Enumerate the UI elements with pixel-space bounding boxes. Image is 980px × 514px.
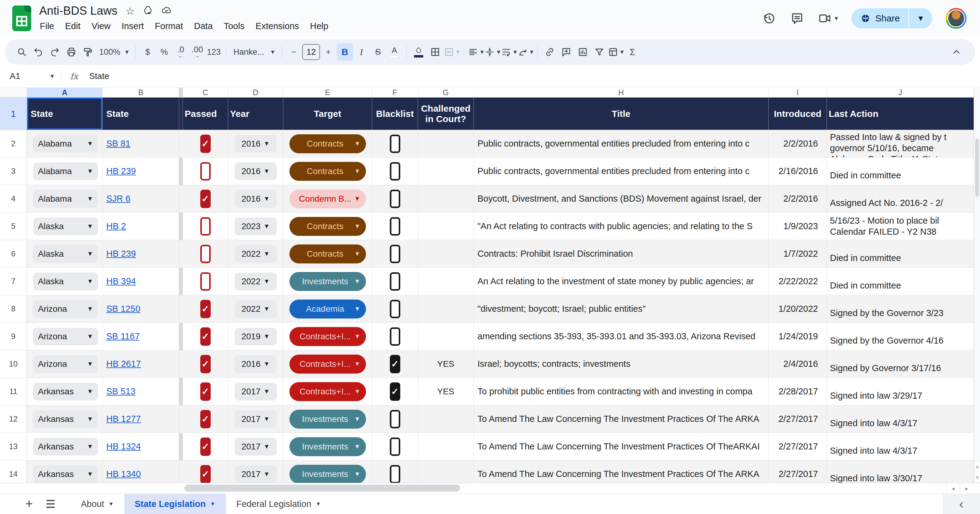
spreadsheet-grid[interactable]: ABCDEFGHIJ 1StateStatePassedYearTargetBl…	[0, 88, 980, 483]
blacklist-checkbox[interactable]	[390, 465, 400, 483]
create-filter-icon[interactable]	[591, 43, 608, 60]
decrease-font-size-button[interactable]: −	[286, 43, 302, 60]
bill-link[interactable]: SB 81	[106, 139, 130, 149]
year-dropdown-chip[interactable]: 2022▼	[235, 300, 277, 318]
column-header-E[interactable]: E	[283, 88, 372, 98]
blacklist-checkbox[interactable]: ✓	[390, 382, 400, 401]
year-dropdown-chip[interactable]: 2022▼	[235, 273, 277, 290]
share-button[interactable]: Share ▼	[851, 8, 932, 29]
table-view-icon[interactable]: ▾	[608, 43, 624, 60]
insert-comment-icon[interactable]	[558, 43, 574, 60]
blacklist-checkbox[interactable]	[390, 162, 400, 181]
cell-state[interactable]: Arkansas▼	[27, 460, 103, 483]
bill-link[interactable]: HB 1277	[106, 414, 141, 424]
cell-last-action[interactable]: Died in committee	[827, 240, 974, 268]
cell-year[interactable]: 2016▼	[228, 185, 283, 213]
blacklist-checkbox[interactable]	[390, 327, 400, 346]
cell-challenged[interactable]	[418, 295, 474, 323]
cell-title[interactable]: Public contracts, governmental entities …	[474, 130, 769, 157]
cell-blacklist[interactable]	[372, 295, 418, 323]
cell-blacklist[interactable]	[372, 405, 418, 433]
passed-checkbox[interactable]: ✓	[200, 300, 211, 318]
cell-introduced[interactable]: 2/2/2016	[769, 185, 827, 213]
passed-checkbox[interactable]: ✓	[200, 465, 211, 483]
cell-year[interactable]: 2017▼	[228, 405, 283, 433]
state-dropdown-chip[interactable]: Arizona▼	[33, 300, 98, 318]
scroll-left-arrow[interactable]: ◂	[946, 483, 960, 494]
cell-target[interactable]: Investments▼	[283, 405, 372, 433]
name-box[interactable]: A1 ▾	[0, 71, 61, 81]
cell-target[interactable]: Academia▼	[283, 295, 372, 323]
cell-title[interactable]: To prohibit public entities from contrac…	[474, 378, 769, 405]
cell-state[interactable]: Arizona▼	[27, 295, 103, 323]
cell-passed[interactable]: ✓	[183, 378, 228, 405]
row-number[interactable]: 4	[0, 185, 27, 213]
cell-target[interactable]: Investments▼	[283, 460, 372, 483]
cell-state[interactable]: Arkansas▼	[27, 405, 103, 433]
frozen-pane-divider[interactable]	[179, 240, 183, 268]
cell-passed[interactable]: ✓	[183, 185, 228, 213]
target-dropdown-pill[interactable]: Contracts▼	[290, 217, 366, 236]
bill-link[interactable]: SB 513	[106, 386, 135, 397]
cell-target[interactable]: Contracts▼	[283, 213, 372, 240]
cell-title[interactable]: amending sections 35-393, 35-393.01 and …	[474, 323, 769, 350]
target-dropdown-pill[interactable]: Contracts+I...▼	[290, 382, 366, 401]
cell-state[interactable]: Arizona▼	[27, 350, 103, 378]
cell-introduced[interactable]: 2/2/2016	[769, 130, 827, 157]
cell-passed[interactable]: ✓	[183, 405, 228, 433]
frozen-pane-divider[interactable]	[179, 460, 183, 483]
cell-bill[interactable]: HB 394	[103, 268, 179, 295]
year-dropdown-chip[interactable]: 2017▼	[235, 383, 277, 400]
menu-item-tools[interactable]: Tools	[218, 20, 250, 32]
undo-icon[interactable]	[30, 43, 46, 60]
account-avatar[interactable]	[946, 8, 967, 29]
bill-link[interactable]: HB 2	[106, 221, 126, 231]
cell-passed[interactable]: ✓	[183, 130, 228, 157]
column-header-I[interactable]: I	[769, 88, 827, 98]
cell-passed[interactable]: ✓	[183, 460, 228, 483]
year-dropdown-chip[interactable]: 2016▼	[235, 162, 277, 180]
state-dropdown-chip[interactable]: Alabama▼	[33, 162, 98, 180]
passed-checkbox[interactable]: ✓	[200, 135, 211, 153]
target-dropdown-pill[interactable]: Contracts▼	[290, 244, 366, 263]
cell-title[interactable]: "divestment; boycott; Israel; public ent…	[474, 295, 769, 323]
cell-passed[interactable]	[183, 268, 228, 295]
row-number[interactable]: 10	[0, 350, 27, 378]
blacklist-checkbox[interactable]	[390, 245, 400, 263]
cell-challenged[interactable]	[418, 157, 474, 185]
bill-link[interactable]: HB 239	[106, 166, 136, 176]
bill-link[interactable]: SJR 6	[106, 194, 130, 204]
cell-state[interactable]: Alaska▼	[27, 268, 103, 295]
header-cell-C[interactable]: Passed	[183, 98, 228, 130]
sheet-tab-state-legislation[interactable]: State Legislation▼	[124, 494, 226, 514]
menu-item-edit[interactable]: Edit	[60, 20, 86, 32]
bill-link[interactable]: HB 2617	[106, 359, 141, 369]
cell-blacklist[interactable]	[372, 185, 418, 213]
row-number[interactable]: 11	[0, 378, 27, 405]
cell-target[interactable]: Contracts+I...▼	[283, 378, 372, 405]
cell-introduced[interactable]: 1/7/2022	[769, 240, 827, 268]
passed-checkbox[interactable]: ✓	[200, 190, 211, 208]
year-dropdown-chip[interactable]: 2017▼	[235, 465, 277, 483]
format-currency-button[interactable]: $	[139, 43, 156, 60]
header-cell-J[interactable]: Last Action	[827, 98, 974, 130]
column-header-B[interactable]: B	[103, 88, 179, 98]
frozen-pane-divider[interactable]	[179, 213, 183, 240]
row-number[interactable]: 6	[0, 240, 27, 268]
row-number[interactable]: 7	[0, 268, 27, 295]
row-number[interactable]: 14	[0, 460, 27, 483]
menu-item-insert[interactable]: Insert	[116, 20, 150, 32]
scroll-up-arrow[interactable]: ▲	[974, 461, 980, 472]
cell-target[interactable]: Investments▼	[283, 433, 372, 460]
cell-year[interactable]: 2016▼	[228, 350, 283, 378]
passed-checkbox[interactable]	[200, 217, 211, 236]
cell-target[interactable]: Contracts+I...▼	[283, 323, 372, 350]
increase-font-size-button[interactable]: +	[320, 43, 337, 60]
target-dropdown-pill[interactable]: Academia▼	[290, 300, 366, 319]
cell-bill[interactable]: SB 513	[103, 378, 179, 405]
blacklist-checkbox[interactable]	[390, 438, 400, 456]
cell-passed[interactable]: ✓	[183, 433, 228, 460]
cell-blacklist[interactable]	[372, 213, 418, 240]
print-icon[interactable]	[63, 43, 80, 60]
formula-input[interactable]: State	[89, 71, 109, 81]
